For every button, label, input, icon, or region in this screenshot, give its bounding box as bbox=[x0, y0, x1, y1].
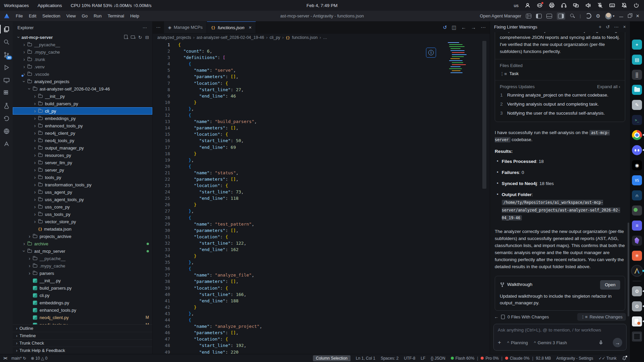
tree-item-ast-mcp-server[interactable]: ›ast-mcp-server↻⊟ bbox=[13, 34, 152, 41]
dock-starburst-app-icon[interactable]: ✳ bbox=[632, 251, 642, 261]
notifications-off-icon[interactable] bbox=[621, 2, 627, 8]
code-line-3[interactable]: 3 "definitions": [ bbox=[153, 54, 490, 61]
info-button[interactable]: i bbox=[426, 48, 436, 58]
editor-scrollbar[interactable] bbox=[482, 41, 486, 189]
applications-menu[interactable]: Applications bbox=[38, 3, 62, 8]
chat-input[interactable]: Ask anything (Ctrl+L), @ to mention, / f… bbox=[493, 324, 627, 351]
panel-more-icon[interactable]: ⋯ bbox=[614, 24, 619, 29]
navigate-back-icon[interactable]: ← bbox=[461, 24, 466, 30]
tree-item--trunk[interactable]: ›.trunk bbox=[13, 56, 152, 63]
code-line-21[interactable]: 21 "name": "status", bbox=[153, 170, 490, 176]
tab-close-icon[interactable]: × bbox=[249, 25, 252, 30]
dock-chrome-icon[interactable] bbox=[632, 130, 642, 140]
search-icon[interactable] bbox=[570, 13, 575, 18]
tree-item-enhanced-tools-py[interactable]: ›enhanced_tools_py bbox=[13, 122, 152, 129]
dock-text-editor-icon[interactable]: ✎ bbox=[632, 100, 642, 110]
activity-run-debug-icon[interactable] bbox=[0, 62, 13, 73]
tree-item-build-parsers-py[interactable]: build_parsers.py bbox=[13, 284, 152, 292]
code-line-12[interactable]: 12 { bbox=[153, 112, 490, 118]
code-line-8[interactable]: 8 "start_line": 27, bbox=[153, 86, 490, 93]
expand-all-button[interactable]: Expand all ‹ bbox=[597, 84, 620, 89]
tree-item--init-py[interactable]: __init__.py bbox=[13, 277, 152, 284]
code-line-4[interactable]: 4 { bbox=[153, 61, 490, 67]
gemini-icon[interactable] bbox=[586, 13, 591, 19]
activity-history-icon[interactable] bbox=[0, 113, 13, 124]
code-line-17[interactable]: 17 "end_line": 69 bbox=[153, 144, 490, 150]
code-line-9[interactable]: 9 "end_line": 46 bbox=[153, 93, 490, 99]
tree-item--venv[interactable]: ›.venv bbox=[13, 63, 152, 70]
dock-terminal-icon[interactable]: >_ bbox=[632, 115, 642, 125]
tree-item--mypy-cache[interactable]: ›.mypy_cache bbox=[13, 48, 152, 56]
code-line-34[interactable]: 34 } bbox=[153, 253, 490, 259]
tree-item-cli-py[interactable]: ›cli_py bbox=[13, 107, 152, 115]
tab-manage-mcps[interactable]: ◈Manage MCPs bbox=[164, 21, 207, 33]
toggle-sidebar-icon[interactable] bbox=[536, 14, 542, 18]
code-line-10[interactable]: 10 } bbox=[153, 99, 490, 106]
activity-docker-icon[interactable] bbox=[0, 125, 13, 137]
notifications-bell-icon[interactable] bbox=[622, 356, 627, 361]
user-icon[interactable] bbox=[525, 2, 531, 8]
code-line-39[interactable]: 39 "location": { bbox=[153, 285, 490, 291]
new-conversation-icon[interactable]: + bbox=[599, 24, 601, 29]
code-line-36[interactable]: 36 { bbox=[153, 265, 490, 272]
printer-icon[interactable] bbox=[549, 2, 555, 8]
menu-file[interactable]: File bbox=[13, 13, 26, 18]
code-line-30[interactable]: 30 "parameters": [], bbox=[153, 227, 490, 234]
dock-notes-app-icon[interactable]: ≡ bbox=[632, 221, 642, 231]
code-line-25[interactable]: 25 "end_line": 118 bbox=[153, 195, 490, 201]
breadcrumb-item[interactable]: functions.json bbox=[292, 35, 317, 40]
tree-item-enhanced-tools-py[interactable]: enhanced_tools.py bbox=[13, 306, 152, 314]
breadcrumb-item[interactable]: cli_py bbox=[270, 35, 280, 40]
code-line-23[interactable]: 23 "location": { bbox=[153, 182, 490, 189]
dock-settings-1-icon[interactable]: ⚙ bbox=[632, 286, 642, 296]
code-line-41[interactable]: 41 "end_line": 188 bbox=[153, 298, 490, 304]
breadcrumb-item[interactable]: ast-analyzer-self_2026-02-04_19-46 bbox=[197, 35, 264, 40]
tree-item-metadata-json[interactable]: {}metadata.json bbox=[13, 225, 152, 233]
menu-selection[interactable]: Selection bbox=[39, 13, 63, 18]
code-line-16[interactable]: 16 "start_line": 50, bbox=[153, 137, 490, 144]
tree-item-uss-core-py[interactable]: ›uss_core_py bbox=[13, 203, 152, 210]
dock-window-manager-icon[interactable]: ▤ bbox=[632, 55, 642, 65]
indentation-indicator[interactable]: Spaces: 2 bbox=[381, 356, 398, 361]
minimize-button[interactable] bbox=[619, 17, 623, 17]
code-line-46[interactable]: 46 "parameters": [], bbox=[153, 329, 490, 336]
sidebar-section-outline[interactable]: ›Outline bbox=[13, 324, 152, 332]
code-line-48[interactable]: 48 "start_line": 192, bbox=[153, 342, 490, 349]
code-line-5[interactable]: 5 "name": "serve", bbox=[153, 67, 490, 73]
power-icon[interactable] bbox=[633, 2, 639, 8]
eol-indicator[interactable]: LF bbox=[421, 356, 425, 361]
headset-icon[interactable] bbox=[561, 2, 567, 8]
code-line-27[interactable]: 27 }, bbox=[153, 208, 490, 214]
tree-item-parsers[interactable]: ›parsers bbox=[13, 269, 152, 277]
walkthrough-open-button[interactable]: Open bbox=[600, 280, 620, 290]
tree-item-embeddings-py[interactable]: ›embeddings_py bbox=[13, 115, 152, 122]
tree-item-uss-agent-tools-py[interactable]: ›uss_agent_tools_py bbox=[13, 196, 152, 203]
keyboard-icon[interactable] bbox=[609, 2, 615, 8]
status-problems[interactable]: ⊗ 10 △ 0 bbox=[31, 356, 47, 361]
code-line-7[interactable]: 7 "location": { bbox=[153, 80, 490, 86]
code-line-45[interactable]: 45 "name": "analyze_project", bbox=[153, 323, 490, 329]
status-branch[interactable]: main* ↻ bbox=[11, 356, 26, 361]
toggle-panel-icon[interactable] bbox=[546, 14, 552, 18]
tree-item-uss-agent-py[interactable]: ›uss_agent_py bbox=[13, 188, 152, 196]
menu-go[interactable]: Go bbox=[79, 13, 91, 18]
tree-item-ast-analyzer-self-2026-02-04-19-46[interactable]: ›ast-analyzer-self_2026-02-04_19-46 bbox=[13, 85, 152, 93]
column-selection-indicator[interactable]: Column Selection bbox=[313, 355, 351, 361]
history-icon[interactable]: ↺ bbox=[606, 24, 610, 29]
progress-step[interactable]: 3Notifying the user of the successful se… bbox=[500, 109, 620, 118]
code-line-14[interactable]: 14 "parameters": [], bbox=[153, 125, 490, 131]
tree-item-neo4j-client-py[interactable]: neo4j_client.pyM bbox=[13, 314, 152, 321]
progress-step[interactable]: 2Verifying analysis output and completin… bbox=[500, 100, 620, 109]
code-line-37[interactable]: 37 "name": "analyze_file", bbox=[153, 272, 490, 278]
code-line-19[interactable]: 19 }, bbox=[153, 157, 490, 163]
gear-icon[interactable]: ⚙ bbox=[596, 13, 600, 19]
tree-item-output-manager-py[interactable]: ›output_manager_py bbox=[13, 144, 152, 152]
code-line-6[interactable]: 6 "parameters": [], bbox=[153, 73, 490, 80]
sidebar-section-trunk-check[interactable]: ›Trunk Check bbox=[13, 339, 152, 347]
breadcrumb-item[interactable]: analyzed_projects bbox=[157, 35, 191, 40]
tree-item-archive[interactable]: ›archive bbox=[13, 240, 152, 247]
tree-item--vscode[interactable]: ›.vscode bbox=[13, 70, 152, 78]
account-avatar[interactable]: ▾ bbox=[605, 13, 614, 19]
code-line-2[interactable]: 2 "count": 6, bbox=[153, 48, 490, 54]
dock-neo4j-icon[interactable] bbox=[632, 205, 642, 216]
